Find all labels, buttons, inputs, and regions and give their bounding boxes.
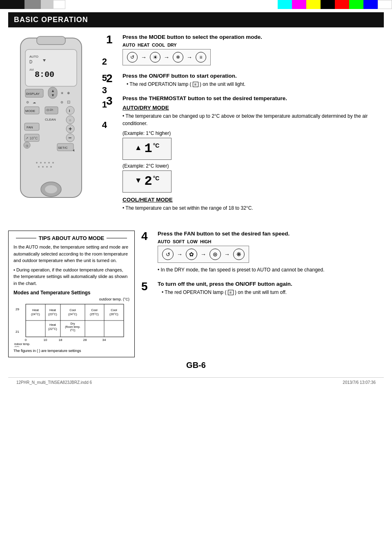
svg-text:indoor temp.: indoor temp. bbox=[14, 343, 30, 346]
footer-file-info: 12PHR_N_multi_TINSEA823JBRZ.indd 6 bbox=[16, 380, 92, 385]
steps-4-5: 4 Press the FAN button to set the desire… bbox=[141, 231, 384, 303]
cool-heat-section: COOL/HEAT MODE • The temperature can be … bbox=[122, 197, 384, 212]
svg-text:+: + bbox=[69, 126, 72, 132]
remote-control-diagram: 2 5 3 1 4 AUTO D bbox=[12, 34, 94, 207]
svg-text:Dry: Dry bbox=[71, 322, 75, 325]
example-2-box: ▼ 2 °C bbox=[122, 170, 172, 193]
example-2-label: (Example: 2°C lower) bbox=[122, 163, 384, 169]
chart-title: Modes and Temperature Settings bbox=[13, 290, 129, 296]
svg-text:(Room temp.: (Room temp. bbox=[65, 325, 80, 329]
svg-text:◁▷1h: ◁▷1h bbox=[46, 108, 53, 111]
step-2-title: Press the ON/OFF button to start operati… bbox=[122, 73, 384, 79]
remote-label-3: 3 bbox=[102, 85, 107, 96]
svg-point-23 bbox=[66, 106, 74, 114]
example-1-digit: 1 bbox=[144, 142, 152, 155]
temperature-chart: outdoor temp. (°C) 0 10 18 28 34 29 21 bbox=[13, 297, 129, 353]
auto-dry-mode-text: • The temperature can be changed up to 2… bbox=[122, 112, 384, 127]
svg-text:29: 29 bbox=[16, 307, 19, 311]
step-4-note: • In the DRY mode, the fan speed is pres… bbox=[158, 266, 384, 273]
temp-up-arrow: ▲ bbox=[135, 144, 142, 151]
step-1-content: Press the MODE button to select the oper… bbox=[122, 34, 384, 65]
remote-label-5: 5 bbox=[102, 73, 107, 83]
svg-rect-1 bbox=[37, 36, 65, 45]
svg-text:(24°C): (24°C) bbox=[68, 312, 77, 316]
example-2-display: ▼ 2 °C bbox=[135, 175, 160, 188]
step-4-content: Press the FAN button to set the desired … bbox=[158, 231, 384, 273]
chart-svg: 0 10 18 28 34 29 21 indoor temp. (°C) bbox=[13, 302, 128, 347]
cool-heat-heading: COOL/HEAT MODE bbox=[122, 197, 384, 203]
step-5: 5 To turn off the unit, press the ON/OFF… bbox=[141, 281, 384, 296]
svg-point-51 bbox=[45, 185, 57, 193]
mode-dry-icon: ≡ bbox=[196, 52, 206, 63]
color-swatch-black2 bbox=[321, 0, 335, 9]
step-2-bullet: The red OPERATION lamp ( ≡ ) on the unit… bbox=[127, 81, 384, 88]
svg-text:AM: AM bbox=[29, 68, 34, 71]
fan-low-label: LOW bbox=[187, 239, 198, 244]
step-3-title: Press the THERMOSTAT button to set the d… bbox=[122, 95, 384, 101]
svg-text:−: − bbox=[68, 134, 71, 141]
svg-point-49 bbox=[50, 166, 52, 168]
example-1: (Example: 1°C higher) ▲ 1 °C bbox=[122, 130, 384, 160]
svg-text:◷: ◷ bbox=[26, 144, 28, 147]
temp-down-arrow: ▼ bbox=[135, 177, 142, 184]
step-4: 4 Press the FAN button to set the desire… bbox=[141, 231, 384, 273]
fan-auto-label: AUTO bbox=[158, 239, 170, 244]
step-5-bullet: The red OPERATION lamp ( ≡ ) on the unit… bbox=[162, 289, 384, 296]
color-swatch-lightgray bbox=[41, 0, 53, 9]
mode-dry-label: DRY bbox=[167, 43, 177, 47]
fan-arrow-1: → bbox=[177, 251, 183, 258]
example-1-display: ▲ 1 °C bbox=[135, 142, 160, 155]
color-swatch-white2 bbox=[378, 0, 392, 9]
step-number-5: 5 bbox=[141, 281, 153, 292]
step-2: 2 Press the ON/OFF button to start opera… bbox=[106, 73, 384, 88]
example-2: (Example: 2°C lower) ▼ 2 °C bbox=[122, 163, 384, 193]
svg-text:8:00: 8:00 bbox=[35, 70, 54, 79]
color-swatch-green bbox=[349, 0, 363, 9]
example-1-label: (Example: 1°C higher) bbox=[122, 130, 384, 136]
example-1-celsius: °C bbox=[153, 142, 160, 149]
svg-text:(24°C): (24°C) bbox=[31, 312, 40, 316]
svg-text:D: D bbox=[29, 60, 32, 64]
page: BASIC OPERATION 2 5 3 1 4 bbox=[0, 9, 392, 387]
svg-point-47 bbox=[42, 166, 44, 168]
remote-label-2: 2 bbox=[102, 56, 107, 67]
svg-text:I: I bbox=[69, 109, 70, 113]
fan-auto-icon: ↺ bbox=[162, 249, 174, 260]
tips-title: TIPS ABOUT AUTO MODE bbox=[13, 235, 129, 241]
cool-heat-text: • The temperature can be set within the … bbox=[122, 204, 384, 212]
step-5-title: To turn off the unit, press the ON/OFF b… bbox=[158, 281, 384, 287]
svg-text:(23°C): (23°C) bbox=[48, 312, 57, 316]
svg-text:Heat: Heat bbox=[32, 308, 39, 312]
fan-arrow-3: → bbox=[224, 251, 230, 258]
step-5-content: To turn off the unit, press the ON/OFF b… bbox=[158, 281, 384, 296]
svg-point-41 bbox=[36, 162, 38, 164]
svg-text:CLEAN: CLEAN bbox=[45, 118, 56, 121]
mode-arrow-1: → bbox=[141, 54, 147, 61]
mode-heat-label: HEAT bbox=[138, 43, 149, 47]
svg-text:❄: ❄ bbox=[67, 91, 70, 95]
svg-text:2°C): 2°C) bbox=[70, 329, 75, 332]
step-3-content: Press the THERMOSTAT button to set the d… bbox=[122, 95, 384, 219]
svg-text:Cool: Cool bbox=[91, 308, 98, 312]
step-number-4: 4 bbox=[141, 231, 153, 242]
svg-point-45 bbox=[52, 162, 54, 164]
svg-text:(26°C): (26°C) bbox=[109, 312, 118, 316]
svg-point-43 bbox=[44, 162, 46, 164]
step-number-2: 2 bbox=[106, 73, 118, 84]
step-1: 1 Press the MODE button to select the op… bbox=[106, 34, 384, 65]
mode-auto-label: AUTO bbox=[122, 43, 135, 47]
remote-label-4: 4 bbox=[102, 120, 107, 130]
chart-footer-note: The figures in ( ) are temperature setti… bbox=[13, 349, 129, 353]
svg-text:Cool: Cool bbox=[111, 308, 117, 312]
svg-text:0: 0 bbox=[25, 338, 27, 342]
mode-arrow-3: → bbox=[187, 54, 192, 61]
svg-text:☁: ☁ bbox=[33, 101, 36, 104]
main-layout: 2 5 3 1 4 AUTO D bbox=[8, 34, 384, 226]
svg-text:▼: ▼ bbox=[51, 93, 55, 97]
svg-point-44 bbox=[48, 162, 50, 164]
color-swatch-black bbox=[0, 0, 24, 9]
color-swatch-red bbox=[335, 0, 349, 9]
step-number-3: 3 bbox=[106, 95, 118, 107]
footer-date: 2013/7/6 13:07:36 bbox=[343, 380, 376, 385]
example-2-digit: 2 bbox=[144, 175, 152, 188]
